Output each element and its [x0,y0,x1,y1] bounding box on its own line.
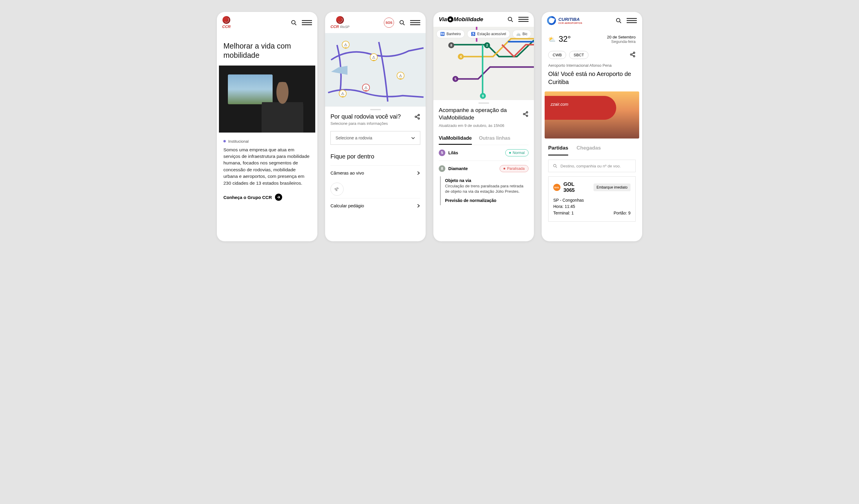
screen-curitiba-airport: CURITIBA CCR AEROPORTOS ⛅ 32° 20 de Sete… [542,12,642,241]
chevron-right-icon [417,204,420,208]
line-row-diamante[interactable]: 8 Diamante Paralisada [439,160,528,176]
code-pill-sbct[interactable]: SBCT [569,51,588,59]
share-icon[interactable] [630,51,636,59]
share-icon[interactable] [523,111,528,117]
header: CURITIBA CCR AEROPORTOS [542,12,642,29]
hero-image [219,65,315,132]
station-marker[interactable]: 4 [458,53,464,60]
panel-subtitle: Selecione para mais informações [331,121,420,126]
arrow-right-icon [275,194,282,201]
svg-line-30 [620,22,621,23]
svg-point-39 [554,164,556,167]
airport-hero-image: zzair.com [545,92,639,139]
flight-card[interactable]: GOL GOL 3065 Embarque imediato SP - Cong… [548,176,636,222]
chevron-right-icon [417,171,420,175]
tag-dot-icon [223,140,226,142]
svg-point-12 [418,114,420,115]
search-icon[interactable] [507,16,514,22]
section-title: Fique por dentro [331,153,420,160]
status-dot-icon [509,152,511,154]
boarding-status-badge: Embarque imediato [593,184,631,191]
logo-o-icon [447,16,453,22]
svg-point-29 [617,18,620,22]
ccr-swirl-icon [223,16,230,24]
date-text: 20 de Setembro [607,35,636,39]
bike-icon: 🚲 [516,32,521,36]
toll-calculator-item[interactable]: Calcular pedágio [331,198,420,213]
ccr-swirl-icon [336,16,344,24]
svg-point-14 [418,118,420,119]
page-title: Melhorar a vida com mobilidade [217,33,317,65]
line-number-badge: 8 [439,165,445,172]
menu-icon[interactable] [410,19,420,26]
filter-chip-bike[interactable]: 🚲Bic [512,30,531,38]
station-marker[interactable]: 5 [452,76,458,82]
search-icon[interactable] [290,19,297,26]
ccr-riosp-logo: CCR RioSP [331,16,349,29]
svg-line-27 [525,113,526,113]
svg-line-16 [417,117,418,118]
warning-pin-icon[interactable]: ⚠ [397,72,404,81]
warning-pin-icon[interactable]: ⚠ [342,41,350,50]
warning-pin-icon[interactable]: ⚠ [370,53,378,63]
tab-partidas[interactable]: Partidas [548,145,568,156]
metro-map[interactable]: 8 2 4 5 9 🚻Banheiro ♿Estação acessível 🚲… [433,27,534,100]
svg-line-7 [403,23,405,25]
screen-ccr-institutional: CCR Melhorar a vida com mobilidade Insti… [217,12,317,241]
flight-time: Hora: 11:45 [553,203,631,210]
svg-line-20 [512,20,513,22]
line-row-lilas[interactable]: 5 Lilás Normal [439,145,528,160]
filter-chip-banheiro[interactable]: 🚻Banheiro [436,30,465,38]
filter-chip-acessivel[interactable]: ♿Estação acessível [467,30,510,38]
drag-handle-icon[interactable] [479,103,489,104]
station-marker[interactable]: 2 [484,42,490,48]
warning-pin-icon[interactable]: ⚠ [339,90,347,99]
description-text: Somos uma empresa que atua em serviços d… [217,146,317,194]
airline-logo-icon: GOL [553,184,560,191]
highway-map[interactable]: ⚠ ⚠ ⚠ ⚠ ⚠ [325,33,426,106]
flight-destination: SP - Congonhas [553,197,631,204]
weekday-text: Segunda-feira [607,39,636,44]
header: Via Mobilidade [433,12,534,27]
header: CCR [217,12,317,33]
svg-line-28 [525,114,526,115]
drag-handle-icon[interactable] [370,109,381,110]
flight-id: GOL 3065 [563,182,575,194]
chevron-down-icon [411,136,415,140]
operation-panel: Acompanhe a operação da ViaMobilidade At… [433,100,534,205]
tab-viamobilidade[interactable]: ViaMobilidade [439,135,472,145]
warning-pin-critical-icon[interactable]: ⚠ [362,84,370,93]
incident-detail: Objeto na via Circulação de trens parali… [440,176,528,206]
flight-search-input[interactable]: Destino, companhia ou nº de voo. [548,160,636,172]
screen-viamobilidade: Via Mobilidade 8 2 4 [433,12,534,241]
updated-text: Atualizado em 9 de outubro, às 15h06 [439,123,528,128]
learn-more-link[interactable]: Conheça o Grupo CCR [217,194,317,207]
sos-button[interactable]: SOS [384,18,394,28]
menu-icon[interactable] [627,17,637,24]
status-badge: Normal [505,149,528,156]
svg-line-37 [632,53,633,54]
station-marker[interactable]: 9 [480,93,486,99]
svg-point-13 [415,116,417,117]
svg-line-15 [417,115,418,116]
svg-point-19 [508,17,512,21]
search-icon[interactable] [615,17,622,24]
svg-line-40 [556,167,557,168]
station-marker[interactable]: 8 [448,42,454,48]
search-icon[interactable] [399,19,405,26]
menu-icon[interactable] [302,19,312,26]
weather-row: ⛅ 32° 20 de Setembro Segunda-feira [542,29,642,48]
menu-icon[interactable] [518,16,528,22]
header: CCR RioSP SOS [325,12,426,33]
svg-point-0 [292,20,295,24]
restroom-icon: 🚻 [440,32,445,36]
highway-panel: Por qual rodovia você vai? Selecione par… [325,106,426,213]
ccr-logo: CCR [222,16,230,29]
highway-select[interactable]: Selecione a rodovia [331,131,420,145]
tab-chegadas[interactable]: Chegadas [576,145,601,156]
cameras-item[interactable]: Câmeras ao vivo [331,165,420,180]
tab-outras[interactable]: Outras linhas [479,135,510,145]
code-pill-cwb[interactable]: CWB [548,51,566,59]
share-icon[interactable] [414,114,420,120]
flight-terminal: Terminal: 1 [553,210,574,217]
